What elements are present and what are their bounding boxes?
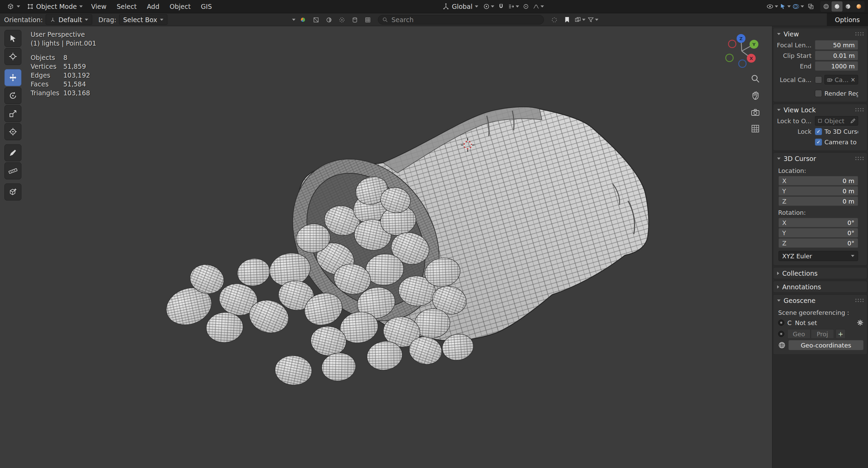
annotations-section-header[interactable]: Annotations (773, 281, 867, 292)
geo-button[interactable]: Geo (787, 329, 810, 339)
tool-scale[interactable] (4, 105, 21, 122)
shading-solid-button[interactable] (832, 1, 842, 12)
rotation-mode-dropdown[interactable]: XYZ Euler (778, 251, 858, 261)
cursor-location-z[interactable]: Z 0 m (778, 196, 858, 206)
tool-transform[interactable] (4, 123, 21, 140)
transform-orientation-dropdown[interactable]: Global (439, 1, 482, 12)
proj-button[interactable]: Proj (811, 329, 834, 339)
xray-toggle[interactable] (805, 1, 816, 12)
axis-neg-z-ball[interactable] (739, 60, 746, 67)
snap-settings-dropdown[interactable] (508, 1, 519, 12)
matcap-toggle[interactable] (323, 15, 334, 25)
keying-dropdown[interactable] (575, 15, 585, 25)
crs-radio[interactable] (778, 320, 784, 326)
clip-end-field[interactable]: 1000 m (815, 61, 858, 71)
cylinder-toggle[interactable] (349, 15, 360, 25)
axis-x-label: X (750, 56, 753, 61)
geoscene-section-header[interactable]: Geoscene (773, 295, 867, 306)
render-region-checkbox[interactable] (815, 90, 822, 97)
shading-ball-button[interactable] (298, 15, 308, 25)
shading-wireframe-button[interactable] (821, 1, 832, 12)
editor-type-dropdown[interactable] (3, 1, 23, 12)
stat-label: Triangles (31, 88, 63, 97)
proportional-falloff-dropdown[interactable] (533, 1, 544, 12)
camera-to-view-checkbox[interactable]: ✓ (815, 139, 822, 146)
cursor-rotation-z[interactable]: Z 0° (778, 238, 858, 248)
shading-rendered-button[interactable] (853, 1, 864, 12)
chevron-down-icon (801, 5, 804, 7)
axis-value: 0 m (842, 177, 854, 184)
menu-select[interactable]: Select (112, 0, 142, 13)
overlays-dropdown[interactable] (792, 1, 804, 12)
visibility-dropdown[interactable] (766, 1, 778, 12)
axis-neg-x-ball[interactable] (728, 40, 736, 48)
clear-camera-button[interactable]: × (851, 76, 855, 83)
annotation-bookmark-button[interactable] (562, 15, 573, 25)
menu-view[interactable]: View (86, 0, 112, 13)
cursor-section-header[interactable]: 3D Cursor (773, 153, 867, 164)
filter-dropdown[interactable] (588, 15, 598, 25)
cursor-location-x[interactable]: X 0 m (778, 176, 858, 185)
snap-toggle[interactable] (496, 1, 507, 12)
drag-mode-dropdown[interactable]: Select Box (119, 14, 167, 25)
focal-length-field[interactable]: 50 mm (815, 40, 858, 50)
cursor-rotation-y[interactable]: Y 0° (778, 228, 858, 238)
drag-orientation-dropdown[interactable]: Default (46, 14, 92, 25)
geo-proj-radio[interactable] (778, 331, 784, 337)
zoom-button[interactable] (750, 73, 761, 84)
snap-target-icon (508, 3, 515, 10)
camera-datablock-field[interactable]: Ca... × (824, 75, 858, 84)
panel-grip-handle[interactable] (855, 298, 864, 303)
search-input[interactable] (391, 16, 540, 24)
pivot-point-dropdown[interactable] (483, 1, 494, 12)
tool-add-cube[interactable] (4, 183, 21, 200)
collections-section-header[interactable]: Collections (773, 268, 867, 279)
tool-measure[interactable] (4, 162, 21, 179)
add-crs-button[interactable]: + (836, 329, 846, 339)
local-camera-checkbox[interactable] (815, 76, 822, 83)
eyedropper-icon[interactable] (850, 118, 855, 124)
dotted-sphere-icon (339, 17, 345, 23)
tool-rotate[interactable] (4, 87, 21, 104)
axis-icon (50, 17, 56, 23)
geo-coordinates-button[interactable]: Geo-coordinates (788, 340, 864, 350)
navigation-gizmo[interactable]: Z Y X (720, 29, 764, 73)
render-region-label: Render Regi... (824, 90, 858, 97)
annotate-pen-icon (9, 148, 17, 157)
panel-grip-handle[interactable] (855, 156, 864, 161)
view-section-header[interactable]: View (773, 28, 867, 39)
lock-to-cursor-checkbox[interactable]: ✓ (815, 128, 822, 135)
panel-grip-handle[interactable] (855, 108, 864, 112)
axis-neg-y-ball[interactable] (726, 54, 733, 62)
view-lock-section-header[interactable]: View Lock (773, 104, 867, 115)
collapsed-settings-chevron[interactable] (292, 19, 295, 21)
gear-icon[interactable] (857, 319, 864, 326)
texture-toggle[interactable] (310, 15, 321, 25)
panel-grip-handle[interactable] (855, 32, 864, 36)
clip-start-field[interactable]: 0.01 m (815, 51, 858, 60)
cavity-toggle[interactable] (336, 15, 347, 25)
pan-button[interactable] (750, 90, 761, 101)
gizmo-dropdown[interactable] (779, 1, 791, 12)
tool-annotate[interactable] (4, 144, 21, 161)
tool-move[interactable] (4, 69, 21, 86)
dashed-circle-button[interactable] (549, 15, 560, 25)
camera-view-button[interactable] (750, 106, 761, 118)
shading-material-button[interactable] (842, 1, 853, 12)
axis-z-label: Z (739, 36, 742, 41)
menu-object[interactable]: Object (164, 0, 196, 13)
proportional-editing-toggle[interactable] (520, 1, 531, 12)
menu-add[interactable]: Add (142, 0, 164, 13)
grid-toggle[interactable] (362, 15, 373, 25)
search-field[interactable] (378, 15, 544, 25)
options-button[interactable]: Options (827, 13, 868, 26)
ortho-toggle-button[interactable] (750, 123, 761, 134)
menu-gis[interactable]: GIS (196, 0, 217, 13)
cursor-rotation-x[interactable]: X 0° (778, 218, 858, 227)
mode-dropdown[interactable]: Object Mode (23, 1, 86, 12)
stat-value: 103,192 (63, 71, 96, 80)
lock-object-field[interactable]: Object (815, 116, 858, 126)
tool-cursor[interactable] (4, 48, 21, 65)
tool-select-box[interactable] (4, 30, 21, 47)
cursor-location-y[interactable]: Y 0 m (778, 186, 858, 196)
